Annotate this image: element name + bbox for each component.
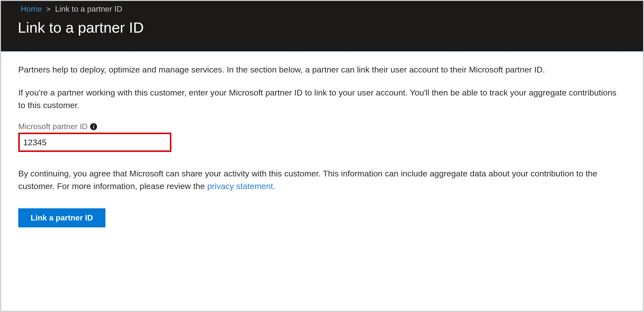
breadcrumb-current: Link to a partner ID xyxy=(55,5,122,14)
partner-id-label: Microsoft partner ID xyxy=(18,122,88,131)
info-icon[interactable]: i xyxy=(90,123,97,130)
page-header: Home > Link to a partner ID Link to a pa… xyxy=(1,1,643,52)
breadcrumb-home-link[interactable]: Home xyxy=(21,5,42,14)
page-title: Link to a partner ID xyxy=(1,16,643,51)
breadcrumb: Home > Link to a partner ID xyxy=(1,1,643,16)
agreement-text: By continuing, you agree that Microsoft … xyxy=(18,167,626,193)
privacy-statement-link[interactable]: privacy statement. xyxy=(207,181,275,191)
partner-id-label-row: Microsoft partner ID i xyxy=(18,122,626,131)
link-partner-id-button[interactable]: Link a partner ID xyxy=(18,208,106,227)
intro-text: Partners help to deploy, optimize and ma… xyxy=(18,63,626,76)
page-container: Home > Link to a partner ID Link to a pa… xyxy=(0,1,644,311)
agreement-pretext: By continuing, you agree that Microsoft … xyxy=(18,169,597,191)
instructions-text: If you're a partner working with this cu… xyxy=(18,86,626,112)
partner-id-input[interactable] xyxy=(18,133,171,152)
chevron-right-icon: > xyxy=(46,5,50,13)
content-area: Partners help to deploy, optimize and ma… xyxy=(1,52,643,311)
